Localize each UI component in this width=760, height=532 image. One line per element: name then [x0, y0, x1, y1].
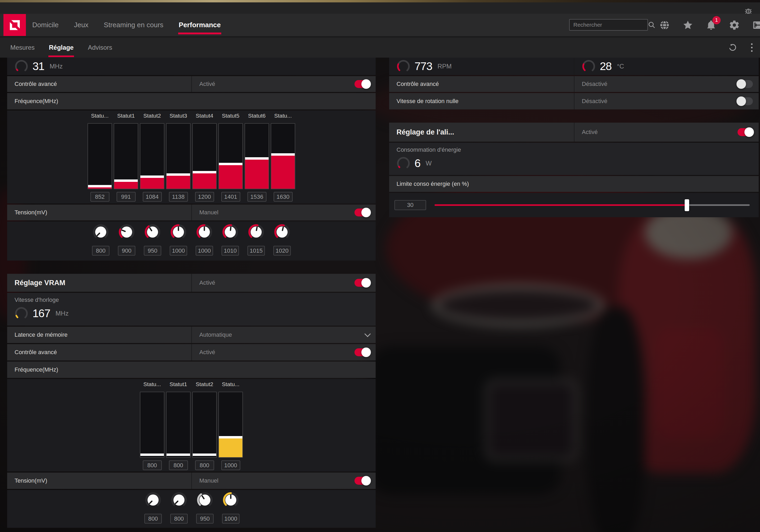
- vram-advanced-control-toggle[interactable]: [355, 348, 370, 356]
- zero-rpm-toggle[interactable]: [737, 97, 753, 105]
- frequency-slider-bar[interactable]: [166, 123, 191, 189]
- voltage-knob[interactable]: [144, 224, 161, 241]
- gpu-voltage-toggle[interactable]: [355, 208, 370, 216]
- frequency-value-box[interactable]: 1536: [247, 192, 266, 201]
- gpu-tuning-panel: 31MHz Contrôle avancé Activé Fréquence(M…: [7, 58, 376, 261]
- slider-handle[interactable]: [219, 436, 242, 438]
- slider-handle[interactable]: [271, 153, 295, 155]
- search-icon[interactable]: [648, 21, 656, 29]
- settings-gear-icon[interactable]: [729, 19, 740, 31]
- voltage-value-box[interactable]: 1000: [222, 514, 240, 523]
- frequency-state-column: Statut41200: [192, 112, 217, 201]
- vram-latency-dropdown[interactable]: Automatique: [191, 327, 376, 343]
- frequency-slider-bar[interactable]: [166, 392, 191, 458]
- frequency-slider-bar[interactable]: [192, 123, 217, 189]
- voltage-value-box[interactable]: 950: [144, 246, 161, 255]
- frequency-slider-bar[interactable]: [140, 123, 165, 189]
- reset-undo-icon[interactable]: [728, 43, 737, 52]
- slider-handle[interactable]: [219, 163, 242, 165]
- voltage-knob-column: 1015: [248, 224, 264, 255]
- fan-advanced-control-toggle[interactable]: [737, 80, 753, 88]
- notifications-bell-icon[interactable]: 1: [705, 19, 717, 31]
- frequency-value-box[interactable]: 1084: [143, 192, 162, 201]
- slider-handle[interactable]: [193, 171, 216, 173]
- power-consumption-gauge: 6W: [397, 156, 759, 170]
- frequency-value-box[interactable]: 800: [143, 461, 162, 470]
- power-panel-title: Réglage de l'ali...: [397, 128, 454, 136]
- voltage-knob[interactable]: [222, 492, 239, 509]
- voltage-value-box[interactable]: 1015: [247, 246, 265, 255]
- frequency-value-box[interactable]: 800: [195, 461, 214, 470]
- search-input[interactable]: [570, 22, 648, 28]
- frequency-value-box[interactable]: 1200: [195, 192, 214, 201]
- voltage-knob-column: 800: [170, 492, 187, 523]
- frequency-slider-bar[interactable]: [218, 123, 243, 189]
- slider-handle[interactable]: [114, 179, 138, 182]
- vram-enabled-toggle[interactable]: [355, 279, 370, 287]
- voltage-knob[interactable]: [222, 224, 239, 241]
- voltage-value-box[interactable]: 1020: [273, 246, 291, 255]
- voltage-knob[interactable]: [92, 224, 109, 241]
- voltage-value-box[interactable]: 1000: [170, 246, 187, 255]
- slider-handle[interactable]: [245, 157, 268, 159]
- chevron-down-icon[interactable]: [364, 331, 371, 337]
- language-globe-icon[interactable]: [659, 19, 670, 31]
- frequency-slider-bar[interactable]: [218, 392, 243, 458]
- slider-handle[interactable]: [140, 175, 164, 178]
- frequency-slider-bar[interactable]: [245, 123, 269, 189]
- zero-rpm-state: Désactivé: [582, 98, 607, 105]
- frequency-slider-bar[interactable]: [140, 392, 165, 458]
- frequency-value-box[interactable]: 800: [169, 461, 188, 470]
- voltage-value-box[interactable]: 800: [144, 514, 162, 523]
- power-limit-slider-handle[interactable]: [685, 199, 689, 211]
- voltage-knob[interactable]: [196, 492, 213, 509]
- favorites-star-icon[interactable]: [682, 19, 694, 31]
- subnav-tab-mesures[interactable]: Mesures: [10, 39, 35, 57]
- voltage-knob[interactable]: [145, 492, 162, 509]
- vram-voltage-toggle[interactable]: [355, 477, 370, 485]
- nav-item-streaming-en-cours[interactable]: Streaming en cours: [103, 15, 164, 35]
- subnav-tab-advisors[interactable]: Advisors: [87, 39, 113, 57]
- slider-handle[interactable]: [140, 454, 164, 456]
- power-limit-slider[interactable]: [435, 204, 750, 206]
- subnav-tab-r-glage[interactable]: Réglage: [48, 39, 74, 57]
- power-enabled-toggle[interactable]: [737, 128, 753, 136]
- amd-logo[interactable]: [3, 14, 26, 36]
- gpu-voltage-label: Tension(mV): [15, 209, 47, 216]
- voltage-value-box[interactable]: 800: [170, 514, 188, 523]
- gpu-advanced-control-toggle[interactable]: [355, 80, 370, 88]
- dock-exit-icon[interactable]: [752, 19, 760, 31]
- voltage-value-box[interactable]: 800: [92, 246, 110, 255]
- voltage-value-box[interactable]: 1000: [196, 246, 213, 255]
- voltage-value-box[interactable]: 900: [118, 246, 135, 255]
- voltage-knob[interactable]: [170, 492, 187, 509]
- slider-handle[interactable]: [166, 173, 190, 176]
- slider-handle[interactable]: [166, 454, 190, 456]
- frequency-value-box[interactable]: 1401: [221, 192, 240, 201]
- voltage-knob[interactable]: [196, 224, 213, 241]
- frequency-value-box[interactable]: 1000: [221, 461, 240, 470]
- voltage-value-box[interactable]: 1010: [221, 246, 239, 255]
- nav-item-domicile[interactable]: Domicile: [32, 15, 59, 35]
- frequency-slider-bar[interactable]: [271, 123, 295, 189]
- frequency-value-box[interactable]: 1138: [169, 192, 188, 201]
- voltage-knob[interactable]: [248, 224, 264, 241]
- frequency-slider-bar[interactable]: [87, 123, 112, 189]
- slider-handle[interactable]: [193, 454, 216, 456]
- frequency-slider-bar[interactable]: [114, 123, 138, 189]
- voltage-value-box[interactable]: 950: [196, 514, 214, 523]
- voltage-knob[interactable]: [170, 224, 187, 241]
- frequency-value-box[interactable]: 852: [90, 192, 110, 201]
- slider-handle[interactable]: [88, 185, 112, 187]
- power-limit-value-box[interactable]: 30: [395, 200, 426, 210]
- frequency-slider-bar[interactable]: [192, 392, 217, 458]
- more-options-kebab-icon[interactable]: [750, 42, 754, 53]
- nav-item-jeux[interactable]: Jeux: [73, 15, 89, 35]
- voltage-knob[interactable]: [118, 224, 135, 241]
- frequency-value-box[interactable]: 1630: [274, 192, 293, 201]
- power-limit-value: 30: [407, 201, 413, 208]
- nav-item-performance[interactable]: Performance: [178, 15, 221, 35]
- voltage-knob[interactable]: [274, 224, 291, 241]
- frequency-value-box[interactable]: 991: [117, 192, 136, 201]
- vram-advanced-control-state: Activé: [199, 349, 215, 356]
